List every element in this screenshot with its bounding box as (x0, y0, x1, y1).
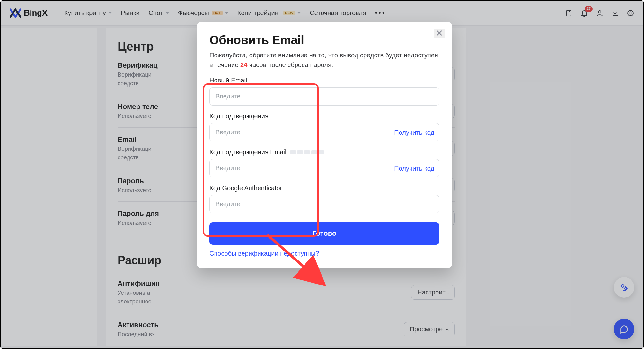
primary-nav: Купить крипту Рынки Спот ФьючерсыHOT Коп… (64, 9, 386, 17)
item-desc: Верификаци (118, 146, 152, 152)
activity-icon[interactable] (565, 9, 573, 17)
item-desc: средств (118, 154, 152, 161)
close-icon (436, 30, 443, 36)
item-label: Номер теле (118, 103, 158, 111)
notifications-icon[interactable]: 47 (580, 9, 588, 17)
get-code-link[interactable]: Получить код (394, 165, 434, 172)
nav-more[interactable]: ••• (375, 9, 386, 17)
item-label: Email (118, 135, 152, 144)
notifications-count: 47 (585, 6, 593, 12)
badge-new: NEW (283, 11, 295, 15)
brand-mark-icon (10, 8, 21, 18)
field-label: Новый Email (209, 77, 439, 84)
svg-point-6 (621, 285, 624, 287)
item-desc: Последний вх (118, 331, 159, 338)
modal-title: Обновить Email (209, 33, 439, 47)
chat-fab[interactable] (614, 319, 634, 339)
headset-icon (620, 283, 629, 292)
item-desc: Верификаци (118, 72, 158, 78)
nav-futures[interactable]: ФьючерсыHOT (178, 9, 228, 17)
item-label: Антифишин (118, 279, 160, 288)
nav-grid[interactable]: Сеточная торговля (310, 9, 366, 17)
nav-copytrading[interactable]: Копи-трейдингNEW (237, 9, 301, 17)
view-button[interactable]: Просмотреть (404, 322, 455, 336)
globe-icon[interactable] (627, 9, 634, 17)
close-button[interactable] (434, 29, 445, 38)
nav-spot[interactable]: Спот (149, 9, 169, 17)
get-code-link[interactable]: Получить код (394, 129, 434, 136)
item-desc: Используетс (118, 113, 158, 120)
nav-left: BingX Купить крипту Рынки Спот ФьючерсыH… (10, 8, 386, 18)
viewport: BingX Купить крипту Рынки Спот ФьючерсыH… (0, 0, 644, 349)
item-desc: средств (118, 80, 158, 87)
chevron-down-icon (109, 12, 112, 14)
brand-name: BingX (24, 8, 48, 18)
annotation-highlight (203, 83, 319, 237)
item-label: Верификац (118, 61, 158, 70)
header-actions: 47 (565, 9, 634, 17)
item-desc: электронное (118, 298, 160, 305)
annotation-arrow-icon (264, 232, 335, 289)
svg-point-2 (598, 11, 601, 13)
chevron-down-icon (225, 12, 228, 14)
chevron-down-icon (297, 12, 301, 14)
security-item-activity: Активность Последний вх Просмотреть (118, 313, 455, 345)
account-icon[interactable] (596, 9, 604, 17)
svg-point-7 (625, 287, 627, 290)
item-desc: Установив а (118, 290, 160, 296)
support-fab[interactable] (614, 277, 634, 298)
modal-desc: Пожалуйста, обратите внимание на то, что… (209, 50, 439, 70)
nav-markets[interactable]: Рынки (121, 9, 140, 17)
nav-buy-crypto[interactable]: Купить крипту (64, 9, 112, 17)
badge-hot: HOT (212, 11, 223, 15)
download-icon[interactable] (611, 9, 619, 17)
chevron-down-icon (166, 12, 169, 14)
item-desc: Используетс (118, 220, 159, 226)
configure-button[interactable]: Настроить (411, 285, 455, 300)
chat-icon (620, 325, 629, 334)
svg-rect-0 (567, 10, 571, 16)
item-label: Пароль (118, 177, 151, 185)
sidebar (1, 28, 97, 346)
item-label: Пароль для (118, 209, 159, 218)
item-label: Активность (118, 321, 159, 329)
item-desc: Используетс (118, 187, 151, 194)
brand-logo[interactable]: BingX (10, 8, 48, 18)
